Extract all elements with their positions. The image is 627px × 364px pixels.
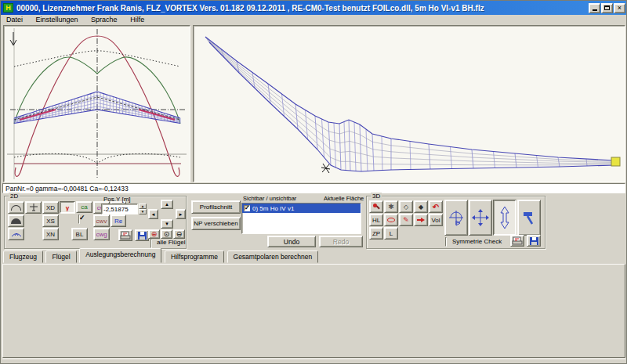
build-big-button[interactable] (517, 200, 541, 236)
arrow-down-icon: ▼ (165, 222, 169, 226)
close-button[interactable]: × (614, 3, 625, 13)
hammer-icon (521, 210, 537, 225)
view-filled-wing-button[interactable] (8, 214, 24, 227)
zp-button[interactable]: ZP (369, 227, 383, 240)
tab-flugzeug[interactable]: Flugzeug (3, 250, 43, 263)
profilschnitt-button[interactable]: Profilschnitt (191, 200, 241, 214)
propeller-icon: ✱ (388, 203, 394, 211)
pos-y-label: Pos.Y [m] (103, 196, 131, 204)
print-3d-button[interactable] (510, 235, 524, 247)
zoom-out-button[interactable]: ⊖ (173, 229, 185, 239)
pan-left-button[interactable]: ◄ (148, 209, 158, 219)
vol-button[interactable]: Vol (429, 214, 443, 226)
floppy-icon (529, 236, 539, 246)
print-2d-button[interactable] (118, 229, 132, 241)
canopy-icon (11, 205, 21, 211)
toolbar-3d-caption: 3D (371, 193, 382, 200)
plane-icon (28, 203, 39, 212)
plot-2d-panel[interactable] (3, 25, 190, 182)
gamma-button[interactable]: γ (60, 201, 75, 214)
view-front-button[interactable] (8, 228, 24, 240)
menu-einstellungen[interactable]: Einstellungen (31, 15, 84, 23)
ca-button[interactable]: ca (76, 201, 92, 213)
surface-list-item[interactable]: 0) 5m Ho IV v1 (242, 204, 361, 213)
save-3d-button[interactable] (527, 235, 541, 247)
printer-icon (512, 236, 523, 246)
app-icon: H (3, 3, 13, 13)
surface-item-label: 0) 5m Ho IV v1 (252, 205, 294, 212)
rotate-model-button[interactable]: ✱ (384, 200, 398, 213)
zoom-3d-big-button[interactable] (493, 200, 516, 236)
rotate-3d-big-button[interactable] (444, 200, 468, 236)
undo-button[interactable]: Undo (267, 236, 316, 247)
printer-icon (120, 231, 131, 240)
alle-fluegel-label: alle Flügel (157, 239, 185, 247)
minimize-button[interactable] (589, 3, 600, 13)
zoom-in-button[interactable]: ⊕ (148, 229, 160, 239)
status-bar (2, 359, 625, 364)
minimize-icon (593, 9, 597, 11)
vector-button[interactable] (414, 214, 428, 226)
alle-fluegel-checkbox[interactable] (150, 239, 152, 248)
pos-y-input[interactable] (101, 204, 138, 214)
tab-gesamtpolaren[interactable]: Gesamtpolaren berechnen (227, 250, 319, 263)
ellipse-icon (387, 218, 395, 222)
ca-checkbox[interactable] (78, 214, 80, 224)
vertical-arrow-icon (498, 205, 511, 230)
tab-hilfsprogramme[interactable]: Hilfsprogramme (165, 250, 224, 263)
pan-3d-big-button[interactable] (469, 200, 492, 236)
menu-datei[interactable]: Datei (1, 15, 28, 23)
symmetrie-check-label: Symmetrie Check (452, 238, 502, 246)
menu-hilfe[interactable]: Hilfe (125, 15, 150, 23)
pan-down-button[interactable]: ▼ (161, 219, 173, 229)
cwg-button[interactable]: cwg (93, 228, 110, 240)
surface-visible-checkbox[interactable] (244, 205, 250, 211)
tab-fluegel[interactable]: Flügel (45, 250, 76, 263)
pin-icon (372, 203, 380, 211)
flow-direction-arrow-icon (10, 32, 16, 45)
plot-3d-canvas (194, 26, 625, 182)
tab-auslegungsberechnung[interactable]: Auslegungsberechnung (79, 248, 161, 263)
save-2d-button[interactable] (135, 229, 149, 241)
zoom-reset-button[interactable]: ⊙ (161, 229, 172, 239)
pan-right-button[interactable]: ► (176, 209, 186, 219)
view-planform-button[interactable] (8, 201, 24, 214)
np-verschieben-button[interactable]: NP verschieben (191, 217, 241, 230)
draw-button[interactable]: ✎ (399, 214, 413, 226)
pos-y-spinner (139, 204, 147, 214)
surfaces-header-active: Aktuelle Fläche (324, 195, 364, 203)
restore-button[interactable] (601, 3, 613, 13)
view-threeview-button[interactable] (25, 201, 42, 214)
surfaces-header-visible: Sichtbar / unsichtbar (243, 195, 296, 203)
spinner-up-icon[interactable] (139, 204, 147, 209)
redo-button[interactable]: Redo (319, 236, 363, 247)
view-reset-button[interactable]: ↶ (429, 200, 443, 213)
zoom-reset-icon: ⊙ (164, 230, 170, 238)
filled-wing-icon (11, 218, 21, 224)
title-bar[interactable]: H 00000, Lizenznehmer Frank Ranis, FLZ_V… (1, 1, 627, 15)
xd-button[interactable]: XD (42, 201, 59, 214)
pan-up-button[interactable]: ▲ (161, 200, 173, 209)
menu-sprache[interactable]: Sprache (85, 15, 123, 23)
xs-button[interactable]: XS (42, 214, 59, 227)
hl-button[interactable]: HL (369, 214, 383, 226)
re-button[interactable]: Re (111, 214, 126, 227)
spinner-down-icon[interactable] (139, 209, 147, 214)
surface-list[interactable]: 0) 5m Ho IV v1 (241, 203, 361, 234)
cwv-button[interactable]: cwv (93, 214, 110, 227)
wing-3d-mesh (205, 37, 614, 171)
panel-move-button[interactable]: ◆ (414, 200, 428, 213)
bl-button[interactable]: BL (71, 228, 88, 240)
xn-button[interactable]: XN (42, 228, 59, 240)
tab-page-auslegung (2, 264, 625, 358)
arrow-up-icon: ▲ (165, 202, 169, 207)
pin-point-button[interactable] (369, 200, 383, 213)
zoom-in-icon: ⊕ (151, 230, 158, 238)
plot-3d-panel[interactable] (193, 25, 625, 182)
panel-outline-button[interactable]: ◇ (399, 200, 413, 213)
symmetrie-check-checkbox[interactable] (445, 237, 447, 247)
red-arrow-icon (417, 218, 425, 222)
restore-icon (604, 5, 610, 10)
l-button[interactable]: L (384, 227, 398, 240)
ellipse-view-button[interactable] (384, 214, 398, 226)
